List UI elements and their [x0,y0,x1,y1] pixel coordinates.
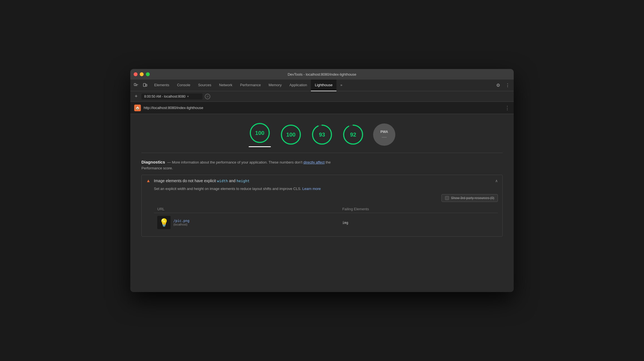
diagnostics-desc2: Performance score. [141,166,503,170]
score-accessibility-circle: 100 [280,123,302,146]
pwa-label: PWA [380,130,388,134]
diagnostics-title: Diagnostics [141,160,165,164]
tab-memory[interactable]: Memory [265,80,286,91]
no-entry-icon[interactable]: ⊘ [205,94,210,99]
tab-performance[interactable]: Performance [236,80,264,91]
score-seo: 92 [342,123,364,146]
score-accessibility-value: 100 [286,131,295,138]
svg-rect-0 [134,83,136,86]
warning-code-height: height [236,179,249,183]
score-best-practices-circle: 93 [311,123,333,146]
pwa-dash: — [382,134,387,139]
third-party-checkbox[interactable] [445,196,449,200]
score-pwa: PWA — [373,123,395,146]
audit-table-body: 💡 /pic.png (localhost) img [154,213,498,232]
score-performance-underline [249,146,271,147]
score-accessibility: 100 [280,123,302,146]
column-url: URL [154,205,339,213]
table-row: 💡 /pic.png (localhost) img [154,213,498,232]
audit-table-header: URL Failing Elements [154,205,498,213]
warning-header[interactable]: ▲ Image elements do not have explicit wi… [142,175,502,187]
new-tab-button[interactable]: + [133,93,139,99]
third-party-label: Show 3rd-party resources (0) [451,196,494,200]
warning-code-width: width [217,179,228,183]
score-seo-circle: 92 [342,123,364,146]
address-row: + 8:00:50 AM - localhost:8080 ▾ ⊘ [130,91,514,102]
scores-row: 100 100 [130,114,514,153]
tab-lighthouse[interactable]: Lighthouse [311,80,336,91]
warning-triangle-icon: ▲ [146,178,151,183]
diagnostics-title-row: Diagnostics — More information about the… [141,160,503,164]
traffic-lights [134,72,150,76]
tab-network[interactable]: Network [215,80,236,91]
warning-item-image-size: ▲ Image elements do not have explicit wi… [141,175,503,237]
address-bar[interactable]: 8:00:50 AM - localhost:8080 ▾ [141,93,203,100]
maximize-button[interactable] [146,72,150,76]
window-bottom [130,281,514,292]
lighthouse-more-button[interactable]: ⋮ [505,105,510,111]
tab-application[interactable]: Application [286,80,311,91]
more-tabs-button[interactable]: » [336,80,346,91]
svg-rect-1 [143,83,146,86]
close-button[interactable] [134,72,138,76]
table-cell-url: 💡 /pic.png (localhost) [154,213,339,232]
svg-rect-2 [146,84,147,86]
score-seo-value: 92 [350,131,356,138]
address-dropdown-icon: ▾ [187,95,189,98]
audit-table: URL Failing Elements 💡 /pic. [154,205,498,232]
diagnostics-description: — More information about the performance… [167,160,331,164]
score-performance-value: 100 [255,130,264,136]
directly-affect-link[interactable]: directly affect [303,160,325,164]
url-info: /pic.png (localhost) [173,219,189,226]
url-cell: 💡 /pic.png (localhost) [157,216,336,229]
lighthouse-content: 100 100 [130,114,514,281]
lighthouse-url: http://localhost:8080/index-lighthouse [144,106,505,110]
device-icon[interactable] [141,82,149,89]
devtools-window: DevTools - localhost:8080/index-lighthou… [130,69,514,292]
third-party-row: Show 3rd-party resources (0) [154,194,498,202]
diagnostics-section: Diagnostics — More information about the… [130,153,514,237]
lighthouse-icon: 🏠 [134,105,141,111]
warning-description: Set an explicit width and height on imag… [154,187,498,191]
url-link[interactable]: /pic.png [173,219,189,223]
column-failing: Failing Elements [339,205,498,213]
more-options-button[interactable]: ⋮ [504,81,511,89]
learn-more-link[interactable]: Learn more [302,187,321,191]
minimize-button[interactable] [140,72,144,76]
warning-title: Image elements do not have explicit widt… [154,179,495,183]
title-bar: DevTools - localhost:8080/index-lighthou… [130,69,514,80]
window-title: DevTools - localhost:8080/index-lighthou… [288,72,356,76]
tab-sources[interactable]: Sources [194,80,215,91]
address-text: 8:00:50 AM - localhost:8080 [144,95,186,98]
url-host: (localhost) [173,223,189,226]
tabs-row: Elements Console Sources Network Perform… [130,80,514,91]
score-performance: 100 [249,122,271,147]
score-best-practices-value: 93 [319,131,325,138]
inspector-icon[interactable] [133,82,140,89]
table-cell-failing: img [339,213,498,232]
failing-element: img [342,221,348,225]
tabs-right-controls: ⚙ ⋮ [494,81,511,89]
tab-elements[interactable]: Elements [150,80,173,91]
settings-button[interactable]: ⚙ [494,81,502,89]
score-performance-circle: 100 [249,122,271,144]
url-thumbnail: 💡 [157,216,171,229]
third-party-box: Show 3rd-party resources (0) [441,194,498,202]
tab-console[interactable]: Console [173,80,194,91]
lighthouse-header: 🏠 http://localhost:8080/index-lighthouse… [130,102,514,114]
chevron-up-icon: ∧ [495,179,498,183]
pwa-circle: PWA — [373,123,395,146]
warning-body: Set an explicit width and height on imag… [142,187,502,236]
score-best-practices: 93 [311,123,333,146]
